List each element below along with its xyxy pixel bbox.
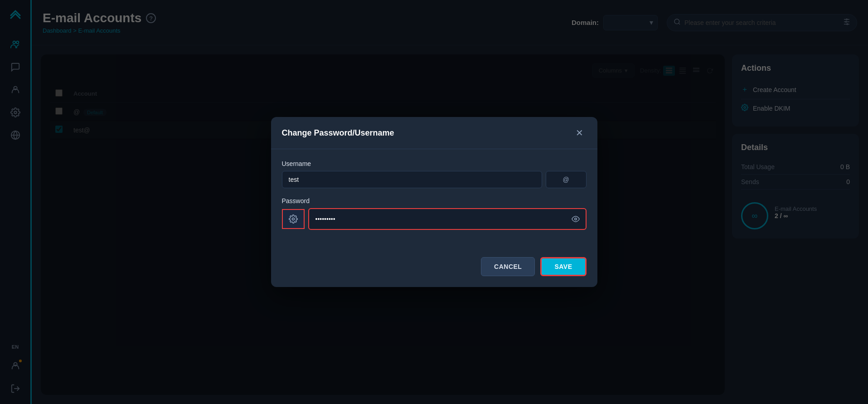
password-label: Password (282, 197, 587, 204)
svg-point-29 (292, 218, 294, 220)
modal-close-button[interactable]: ✕ (573, 126, 587, 140)
change-password-modal: Change Password/Username ✕ Username @ Pa… (271, 117, 597, 287)
svg-point-30 (574, 218, 577, 220)
cancel-button[interactable]: CANCEL (481, 257, 535, 276)
password-input[interactable] (309, 211, 566, 227)
username-input-row: @ (282, 171, 587, 188)
save-button[interactable]: SAVE (540, 257, 586, 276)
password-input-row (282, 208, 587, 230)
modal-title: Change Password/Username (282, 128, 394, 138)
modal-body: Username @ Password (271, 149, 597, 250)
modal-header: Change Password/Username ✕ (271, 117, 597, 149)
username-input[interactable] (282, 171, 542, 188)
username-label: Username (282, 160, 587, 167)
password-toggle-button[interactable] (566, 209, 586, 229)
modal-footer: CANCEL SAVE (271, 250, 597, 287)
modal-backdrop: Change Password/Username ✕ Username @ Pa… (0, 0, 868, 404)
username-group: Username @ (282, 160, 587, 188)
password-generate-button[interactable] (282, 209, 305, 229)
username-domain-addon: @ (546, 171, 587, 188)
password-group: Password (282, 197, 587, 230)
password-input-wrap (308, 208, 587, 230)
